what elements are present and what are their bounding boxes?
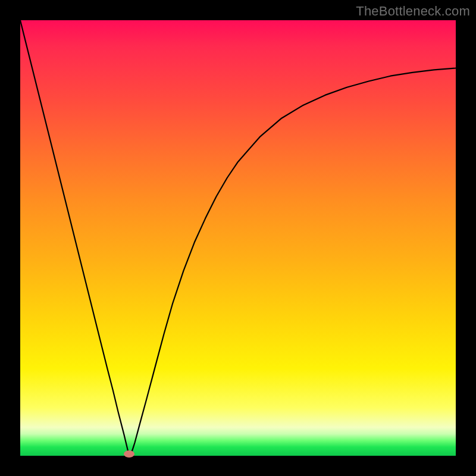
min-marker (124, 450, 134, 458)
chart-frame: TheBottleneck.com (0, 0, 476, 476)
watermark-text: TheBottleneck.com (356, 4, 470, 19)
bottleneck-curve (20, 20, 456, 456)
plot-area (20, 20, 456, 456)
